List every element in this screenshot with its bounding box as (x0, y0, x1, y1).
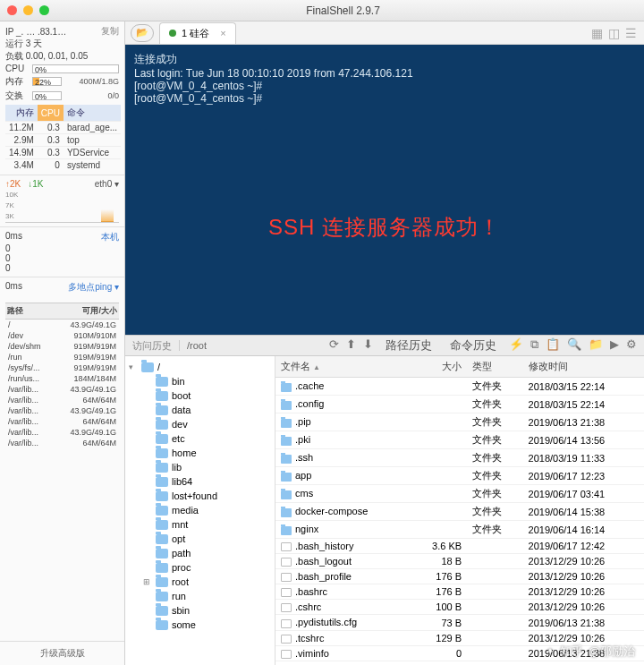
tree-node[interactable]: sbin (127, 603, 273, 618)
disk-row[interactable]: /dev910M/910M (5, 330, 119, 341)
net-chart: 10K 7K 3K (5, 191, 119, 223)
disk-row[interactable]: /dev/shm919M/919M (5, 341, 119, 352)
disk-row[interactable]: /var/lib...64M/64M (5, 438, 119, 448)
tree-node[interactable]: etc (127, 431, 273, 446)
file-row[interactable]: .config文件夹2018/03/15 22:14 (275, 396, 644, 413)
file-tree[interactable]: ▾ / binbootdatadevetchomeliblib64lost+fo… (125, 356, 275, 665)
split-view-icon[interactable]: ◫ (608, 26, 620, 40)
tree-node[interactable]: lib64 (127, 474, 273, 489)
file-row[interactable]: docker-compose文件夹2019/06/14 15:38 (275, 503, 644, 521)
disk-row[interactable]: /sys/fs/...919M/919M (5, 362, 119, 373)
tree-node[interactable]: media (127, 503, 273, 517)
tree-node[interactable]: some (127, 618, 273, 632)
upload-icon[interactable]: ⬆ (346, 337, 356, 354)
tree-node[interactable]: mnt (127, 517, 273, 532)
cpu-bar: 0% (32, 64, 119, 73)
disk-row[interactable]: /run919M/919M (5, 352, 119, 362)
copy-icon[interactable]: ⧉ (530, 337, 538, 354)
latency-local-ms: 0ms (5, 231, 22, 243)
tree-node[interactable]: ⊞root (127, 575, 273, 589)
tree-node[interactable]: lost+found (127, 489, 273, 503)
tree-node[interactable]: path (127, 546, 273, 560)
visit-history[interactable]: 访问历史 (125, 339, 179, 353)
file-row[interactable]: .bash_profile176 B2013/12/29 10:26 (275, 569, 644, 584)
history-bar: 访问历史 /root ⟳ ⬆ ⬇ 路径历史 命令历史 ⚡ ⧉ 📋 🔍 📁 ▶ ⚙ (125, 335, 644, 356)
tree-node[interactable]: run (127, 589, 273, 603)
file-row[interactable]: nginx文件夹2019/06/14 16:14 (275, 521, 644, 539)
file-row[interactable]: docker02019/06/14 13:59 (275, 661, 644, 665)
titlebar: FinalShell 2.9.7 (0, 0, 644, 21)
tree-node[interactable]: home (127, 446, 273, 460)
col-name[interactable]: 文件名 ▲ (275, 356, 411, 378)
disk-row[interactable]: /var/lib...43.9G/49.1G (5, 405, 119, 416)
close-icon[interactable] (7, 5, 17, 15)
file-row[interactable]: .bash_history3.6 KB2019/06/17 12:42 (275, 539, 644, 554)
process-row[interactable]: 2.9M0.3top (5, 134, 121, 147)
tree-node[interactable]: data (127, 403, 273, 417)
file-row[interactable]: .ssh文件夹2018/03/19 11:33 (275, 449, 644, 467)
route-history[interactable]: 路径历史 (380, 337, 437, 354)
process-row[interactable]: 14.9M0.3YDService (5, 147, 121, 159)
col-size[interactable]: 大小 (411, 356, 467, 378)
tab-session[interactable]: 1 硅谷 × (159, 22, 236, 44)
refresh-icon[interactable]: ⟳ (329, 337, 339, 354)
file-row[interactable]: .bash_logout18 B2013/12/29 10:26 (275, 554, 644, 569)
net-down: ↓1K (28, 179, 43, 189)
tree-node[interactable]: lib (127, 460, 273, 474)
disk-row[interactable]: /var/lib...64M/64M (5, 416, 119, 427)
file-row[interactable]: .cache文件夹2018/03/15 22:14 (275, 378, 644, 396)
file-row[interactable]: .pydistutils.cfg73 B2019/06/13 21:38 (275, 615, 644, 630)
disk-row[interactable]: /var/lib...43.9G/49.1G (5, 427, 119, 438)
terminal-line: [root@VM_0_4_centos ~]# (134, 92, 635, 105)
latency-local-label[interactable]: 本机 (101, 231, 119, 243)
tree-root[interactable]: ▾ / (127, 360, 273, 374)
mem-value: 400M/1.8G (65, 77, 119, 86)
latency-multi-label[interactable]: 多地点ping ▾ (68, 281, 119, 294)
disk-row[interactable]: /43.9G/49.1G (5, 320, 119, 331)
grid-view-icon[interactable]: ▦ (591, 26, 603, 40)
bolt-icon[interactable]: ⚡ (509, 337, 523, 354)
minimize-icon[interactable] (23, 5, 33, 15)
copy-button[interactable]: 复制 (101, 25, 119, 38)
terminal-line: Last login: Tue Jun 18 00:10:10 2019 fro… (134, 67, 635, 80)
col-mtime[interactable]: 修改时间 (523, 356, 644, 378)
mem-bar: 22% (32, 77, 62, 86)
file-listing[interactable]: 文件名 ▲ 大小 类型 修改时间 .cache文件夹2018/03/15 22:… (275, 356, 644, 665)
process-row[interactable]: 11.2M0.3barad_age... (5, 122, 121, 134)
tree-node[interactable]: bin (127, 374, 273, 388)
maximize-icon[interactable] (39, 5, 49, 15)
close-tab-icon[interactable]: × (220, 28, 225, 38)
folder-icon[interactable]: 📂 (131, 24, 154, 42)
net-iface[interactable]: eth0 ▾ (95, 179, 119, 189)
file-row[interactable]: cms文件夹2019/06/17 03:41 (275, 485, 644, 503)
terminal-line: [root@VM_0_4_centos ~]# (134, 80, 635, 92)
play-icon[interactable]: ▶ (610, 337, 619, 354)
disk-row[interactable]: /var/lib...64M/64M (5, 395, 119, 405)
tree-node[interactable]: dev (127, 417, 273, 431)
disk-row[interactable]: /run/us...184M/184M (5, 373, 119, 384)
ip-label: IP _. … .83.1… (5, 27, 66, 37)
file-row[interactable]: .pip文件夹2019/06/13 21:38 (275, 413, 644, 431)
file-row[interactable]: .bashrc176 B2013/12/29 10:26 (275, 584, 644, 600)
current-path[interactable]: /root (179, 340, 322, 351)
list-view-icon[interactable]: ☰ (625, 26, 637, 40)
search-icon[interactable]: 🔍 (567, 337, 581, 354)
file-row[interactable]: app文件夹2019/06/17 12:23 (275, 467, 644, 485)
disk-row[interactable]: /var/lib...43.9G/49.1G (5, 384, 119, 395)
clipboard-icon[interactable]: 📋 (546, 337, 560, 354)
process-row[interactable]: 3.4M0systemd (5, 159, 121, 172)
new-folder-icon[interactable]: 📁 (589, 337, 603, 354)
col-type[interactable]: 类型 (467, 356, 522, 378)
tree-node[interactable]: opt (127, 532, 273, 546)
gear-icon[interactable]: ⚙ (626, 337, 637, 354)
download-icon[interactable]: ⬇ (363, 337, 373, 354)
watermark: ✦ 知乎 @邵励治 (546, 644, 635, 660)
cmd-history[interactable]: 命令历史 (445, 337, 502, 354)
terminal-line: 连接成功 (134, 52, 635, 67)
terminal[interactable]: 连接成功Last login: Tue Jun 18 00:10:10 2019… (125, 45, 644, 335)
tree-node[interactable]: boot (127, 388, 273, 403)
tree-node[interactable]: proc (127, 560, 273, 575)
file-row[interactable]: .cshrc100 B2013/12/29 10:26 (275, 600, 644, 615)
file-row[interactable]: .pki文件夹2019/06/14 13:56 (275, 431, 644, 449)
upgrade-button[interactable]: 升级高级版 (0, 641, 124, 665)
